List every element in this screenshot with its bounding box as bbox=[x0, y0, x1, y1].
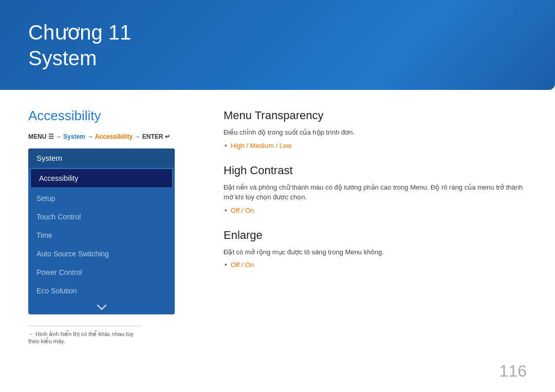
header-title: Chương 11 System bbox=[28, 20, 131, 71]
breadcrumb-menu: MENU ☰ → bbox=[28, 133, 63, 140]
menu-item-touch-control[interactable]: Touch Control bbox=[28, 208, 175, 226]
menu-item-power-control[interactable]: Power Control bbox=[28, 263, 175, 282]
enlarge-title: Enlarge bbox=[224, 229, 527, 242]
image-note: － Hình ảnh hiển thị có thể khác nhau tùy… bbox=[28, 326, 141, 345]
enlarge-options: Off / On bbox=[224, 261, 527, 269]
section-high-contrast: High Contrast Đặt nền và phông chữ thành… bbox=[224, 164, 527, 214]
high-contrast-option: Off / On bbox=[224, 207, 527, 214]
enlarge-desc: Đặt có mở rộng mục được tô sáng trong Me… bbox=[224, 247, 527, 257]
menu-transparency-options: High / Medium / Low bbox=[224, 142, 527, 150]
header-banner: Chương 11 System bbox=[0, 0, 555, 90]
system-menu: System Accessibility Setup Touch Control… bbox=[28, 148, 175, 314]
menu-transparency-desc: Điều chỉnh độ trong suốt của hộp trình đ… bbox=[224, 127, 527, 138]
high-contrast-title: High Contrast bbox=[224, 164, 527, 177]
menu-item-time[interactable]: Time bbox=[28, 226, 175, 245]
section-enlarge: Enlarge Đặt có mở rộng mục được tô sáng … bbox=[224, 229, 527, 269]
breadcrumb: MENU ☰ → System → Accessibility → ENTER … bbox=[28, 133, 193, 140]
menu-item-auto-source-switching[interactable]: Auto Source Switching bbox=[28, 245, 175, 263]
enlarge-option: Off / On bbox=[224, 261, 527, 269]
menu-transparency-option-text: High / Medium / Low bbox=[231, 142, 292, 150]
breadcrumb-system: System bbox=[63, 133, 85, 140]
breadcrumb-arrow2: → bbox=[85, 133, 95, 140]
high-contrast-desc: Đặt nền và phông chữ thành màu có độ tươ… bbox=[224, 182, 527, 202]
menu-item-setup[interactable]: Setup bbox=[28, 189, 175, 208]
section-menu-transparency: Menu Transparency Điều chỉnh độ trong su… bbox=[224, 109, 527, 150]
menu-transparency-title: Menu Transparency bbox=[224, 109, 527, 122]
accessibility-title: Accessibility bbox=[28, 108, 193, 124]
main-content: Accessibility MENU ☰ → System → Accessib… bbox=[0, 90, 555, 345]
breadcrumb-enter: → ENTER ↵ bbox=[133, 133, 170, 140]
menu-transparency-option: High / Medium / Low bbox=[224, 142, 527, 150]
high-contrast-option-text: Off / On bbox=[231, 207, 254, 214]
breadcrumb-accessibility: Accessibility bbox=[95, 133, 133, 140]
enlarge-option-text: Off / On bbox=[231, 261, 254, 269]
menu-header: System bbox=[28, 148, 175, 167]
page-number: 116 bbox=[499, 362, 527, 381]
high-contrast-options: Off / On bbox=[224, 207, 527, 214]
header-title-line2: System bbox=[28, 47, 97, 69]
left-column: Accessibility MENU ☰ → System → Accessib… bbox=[28, 108, 193, 345]
header-title-line1: Chương 11 bbox=[28, 21, 131, 44]
menu-chevron bbox=[28, 300, 175, 314]
menu-item-accessibility[interactable]: Accessibility bbox=[30, 169, 173, 188]
menu-item-eco-solution[interactable]: Eco Solution bbox=[28, 282, 175, 300]
right-column: Menu Transparency Điều chỉnh độ trong su… bbox=[224, 108, 527, 345]
